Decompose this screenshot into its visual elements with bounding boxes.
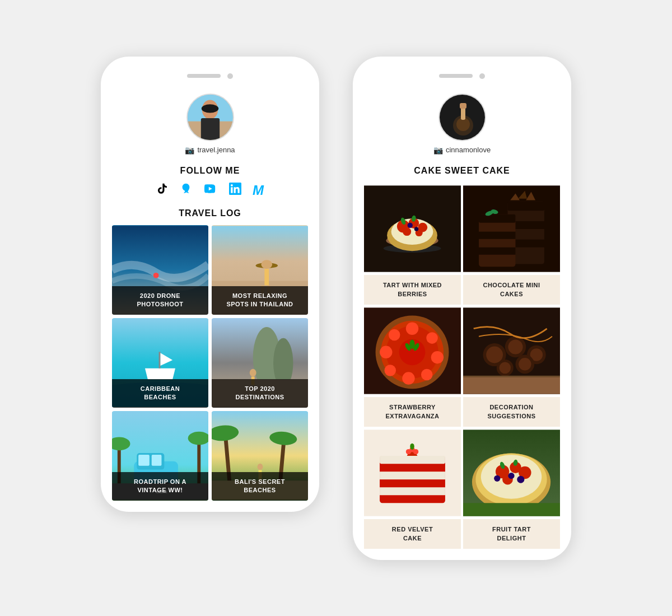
svg-rect-99 [479, 214, 515, 222]
username-row-travel: 📷 travel.jenna [185, 146, 235, 155]
food-item-tart[interactable] [364, 183, 461, 275]
svg-point-127 [508, 473, 514, 479]
svg-point-114 [519, 358, 531, 370]
food-col-1: TART WITH MIXEDBERRIES [364, 183, 461, 549]
avatar-travel [186, 94, 234, 141]
username-row-food: 📷 cinnamonlove [433, 146, 491, 155]
svg-point-10 [261, 260, 272, 269]
svg-rect-100 [479, 231, 515, 239]
svg-rect-82 [380, 456, 445, 464]
phone-food: 📷 cinnamonlove CAKE SWEET CAKE [353, 57, 571, 560]
phone2-content: 📷 cinnamonlove CAKE SWEET CAKE [353, 88, 571, 560]
svg-rect-49 [460, 103, 466, 109]
phone-travel: 📷 travel.jenna FOLLOW ME M [101, 57, 319, 512]
svg-point-69 [426, 332, 438, 344]
grid-item-thailand[interactable]: MOST RELAXINGSPOTS IN THAILAND [212, 225, 308, 315]
phones-container: 📷 travel.jenna FOLLOW ME M [101, 57, 571, 560]
follow-me-label: FOLLOW ME [112, 166, 308, 176]
svg-rect-3 [200, 118, 219, 139]
svg-point-68 [406, 322, 418, 334]
travel-log-label: TRAVEL LOG [112, 208, 308, 218]
social-icons-row: M [112, 183, 308, 198]
svg-rect-11 [264, 269, 269, 285]
phone-speaker-1 [187, 74, 221, 78]
grid-label-roadtrip: ROADTRIP ON AVINTAGE WW! [112, 472, 208, 501]
svg-point-125 [517, 475, 524, 483]
svg-point-61 [414, 227, 418, 231]
svg-point-72 [402, 372, 414, 384]
phone1-content: 📷 travel.jenna FOLLOW ME M [101, 88, 319, 512]
food-label-decoration: DECORATIONSUGGESTIONS [463, 397, 560, 427]
food-item-decoration[interactable] [463, 305, 560, 397]
grid-label-destinations: TOP 2020DESTINATIONS [212, 379, 308, 408]
grid-label-caribbean: CARIBBEANBEACHES [112, 379, 208, 408]
svg-rect-83 [380, 472, 445, 479]
svg-point-58 [403, 227, 411, 236]
food-label-fruit-tart: FRUIT TARTDELIGHT [463, 519, 560, 549]
username-travel: travel.jenna [197, 146, 235, 154]
food-label-choco: CHOCOLATE MINICAKES [463, 275, 560, 305]
svg-rect-27 [138, 455, 150, 466]
profile-section-travel: 📷 travel.jenna [112, 94, 308, 155]
grid-label-drone: 2020 DRONEPHOTOSHOOT [112, 286, 208, 315]
svg-rect-130 [463, 503, 560, 516]
svg-point-126 [494, 475, 500, 481]
svg-point-112 [500, 362, 511, 374]
svg-point-73 [384, 365, 396, 376]
phone-camera-2 [479, 73, 485, 79]
svg-point-4 [201, 104, 218, 113]
grid-item-bali[interactable]: BALI'S SECRETBEACHES [212, 411, 308, 501]
svg-rect-115 [463, 375, 560, 394]
svg-rect-92 [507, 201, 544, 211]
svg-point-75 [389, 329, 400, 340]
food-label-strawberry: STRAWBERRYEXTRAVAGANZA [364, 397, 461, 427]
grid-item-roadtrip[interactable]: ROADTRIP ON AVINTAGE WW! [112, 411, 208, 501]
blog-title: CAKE SWEET CAKE [364, 166, 560, 176]
phone-top-bar-2 [353, 68, 571, 88]
svg-rect-101 [479, 247, 515, 254]
svg-rect-16 [159, 352, 161, 368]
grid-item-drone[interactable]: 2020 DRONEPHOTOSHOOT [112, 225, 208, 315]
svg-point-6 [153, 272, 159, 278]
grid-label-thailand: MOST RELAXINGSPOTS IN THAILAND [212, 286, 308, 315]
phone-speaker-2 [439, 74, 473, 78]
svg-rect-84 [380, 487, 445, 495]
svg-point-89 [410, 443, 414, 449]
instagram-icon-2: 📷 [433, 146, 443, 155]
food-item-choco[interactable] [463, 183, 560, 275]
food-item-red-velvet[interactable] [364, 427, 461, 519]
phone-camera-1 [227, 73, 233, 79]
food-item-strawberry[interactable] [364, 305, 461, 397]
svg-point-70 [431, 351, 444, 363]
medium-icon[interactable]: M [253, 183, 264, 198]
instagram-icon-1: 📷 [185, 146, 194, 155]
snapchat-icon[interactable] [180, 183, 192, 198]
food-label-red-velvet: RED VELVETCAKE [364, 519, 461, 549]
food-item-fruit-tart[interactable] [463, 427, 560, 519]
svg-point-74 [380, 346, 392, 358]
svg-point-108 [508, 339, 522, 354]
svg-point-71 [421, 368, 433, 380]
avatar-food [438, 94, 486, 141]
travel-grid: 2020 DRONEPHOTOSHOOT [112, 225, 308, 501]
grid-item-caribbean[interactable]: CARIBBEANBEACHES [112, 318, 208, 408]
svg-rect-116 [463, 375, 560, 377]
svg-point-42 [258, 463, 263, 470]
tiktok-icon[interactable] [156, 183, 169, 198]
phone-top-bar-1 [101, 68, 319, 88]
food-col-2: CHOCOLATE MINICAKES [463, 183, 560, 549]
linkedin-icon[interactable] [229, 183, 241, 198]
food-grid: TART WITH MIXEDBERRIES [364, 183, 560, 549]
youtube-icon[interactable] [203, 183, 218, 198]
svg-point-88 [413, 449, 418, 454]
grid-label-bali: BALI'S SECRETBEACHES [212, 472, 308, 501]
svg-point-60 [408, 222, 413, 227]
profile-section-food: 📷 cinnamonlove [364, 94, 560, 155]
svg-rect-28 [152, 455, 162, 466]
svg-marker-15 [145, 368, 175, 379]
svg-point-106 [486, 346, 503, 363]
username-food: cinnamonlove [446, 146, 491, 154]
food-label-tart: TART WITH MIXEDBERRIES [364, 275, 461, 305]
svg-point-22 [250, 368, 256, 376]
grid-item-destinations[interactable]: TOP 2020DESTINATIONS [212, 318, 308, 408]
